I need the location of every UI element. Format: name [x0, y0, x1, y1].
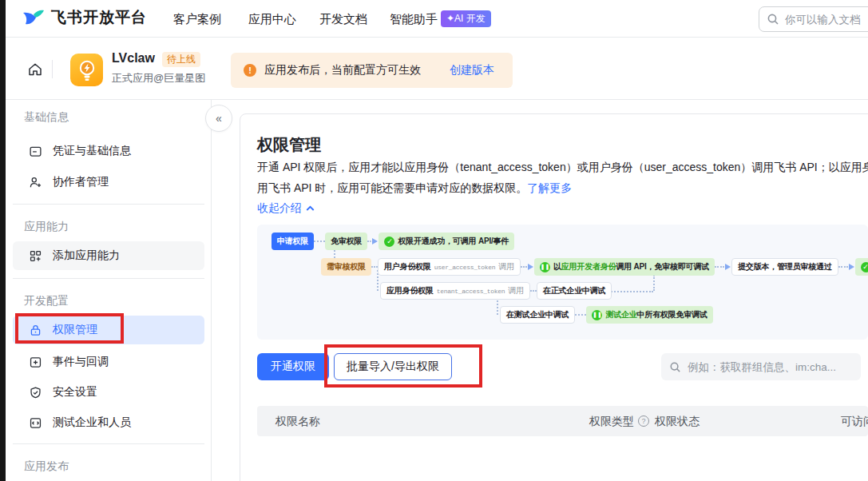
doc-search-box[interactable] — [759, 6, 868, 32]
node-label: 权限开通成功，可调用 API/事件 — [398, 236, 509, 247]
section-label-capabilities: 应用能力 — [24, 220, 69, 234]
nav-item-customer-cases[interactable]: 客户案例 — [173, 0, 221, 38]
node-formal-debug: 在正式企业中调试 — [537, 282, 612, 300]
sidebar-item-label: 安全设置 — [53, 385, 97, 400]
debug-icon: ❚❚ — [592, 310, 602, 320]
sidebar-item-label: 添加应用能力 — [53, 248, 120, 263]
token-code: user_access_token — [434, 264, 496, 271]
permission-search-box[interactable] — [661, 353, 861, 380]
connector — [367, 240, 371, 242]
node-label: 应用身份权限 — [386, 285, 434, 296]
node-need-review: 需审核权限 — [321, 258, 371, 276]
column-permission-status: 权限状态 — [655, 406, 700, 436]
section-label-app-release: 应用发布 — [24, 459, 69, 474]
search-icon — [669, 361, 681, 373]
sidebar-item-label: 协作者管理 — [53, 175, 109, 189]
publish-warning-banner: ! 应用发布后，当前配置方可生效 创建版本 — [231, 53, 513, 88]
sidebar-item-permissions[interactable]: 权限管理 — [13, 316, 204, 344]
open-permission-button[interactable]: 开通权限 — [257, 353, 329, 380]
sidebar-item-events-callbacks[interactable]: 事件与回调 — [13, 348, 204, 376]
nav-item-ai-assistant[interactable]: 智能助手 — [390, 0, 438, 38]
check-icon: ✓ — [861, 262, 868, 272]
ai-dev-badge[interactable]: ✦AI 开发 — [441, 10, 491, 27]
sidebar-item-label: 事件与回调 — [53, 355, 109, 369]
person-add-icon — [29, 176, 42, 189]
connector — [838, 266, 848, 268]
connector — [530, 290, 537, 292]
top-navbar: 飞书开放平台 客户案例 应用中心 开发文档 智能助手 ✦AI 开发 — [6, 0, 868, 38]
column-accessible-data: 可访问的数 — [841, 406, 868, 436]
nav-item-dev-docs[interactable]: 开发文档 — [319, 0, 367, 38]
home-icon — [27, 62, 43, 78]
app-avatar[interactable] — [70, 54, 103, 86]
sidebar: 基础信息 凭证与基础信息 协作者管理 应用能力 添加应用能力 开发配置 — [6, 100, 212, 481]
node-success-2: ✓ 权限开通成功，可调用 API/事件 — [855, 258, 868, 276]
shield-check-icon — [29, 386, 42, 400]
app-header-bar: LVclaw 待上线 正式应用@巨量星图 ! 应用发布后，当前配置方可生效 创建… — [6, 38, 868, 100]
sidebar-item-credentials[interactable]: 凭证与基础信息 — [13, 137, 204, 165]
section-label-dev-config: 开发配置 — [24, 294, 69, 308]
sidebar-item-add-capability[interactable]: 添加应用能力 — [13, 241, 204, 270]
divider — [13, 204, 204, 205]
debug-icon: ❚❚ — [540, 262, 550, 272]
node-user-permission: 用户身份权限 user_access_token 调用 — [378, 258, 521, 276]
doc-search-input[interactable] — [785, 14, 868, 26]
sidebar-item-label: 凭证与基础信息 — [53, 144, 131, 158]
brand-logo-link[interactable]: 飞书开放平台 — [22, 7, 147, 28]
chevron-up-icon — [306, 205, 315, 212]
permission-flow-diagram: 申请权限 免审权限 ✓ 权限开通成功，可调用 API/事件 需审核权限 用户身份… — [257, 225, 868, 340]
arrow-icon — [725, 264, 731, 270]
node-label: 以应用开发者身份调用 API，免审核即可调试 — [553, 261, 709, 272]
home-button[interactable] — [22, 59, 49, 80]
app-name: LVclaw — [112, 51, 155, 66]
sidebar-item-collaborators[interactable]: 协作者管理 — [13, 168, 204, 197]
node-suffix: 调用 — [498, 261, 514, 272]
create-version-link[interactable]: 创建版本 — [450, 63, 494, 78]
brand-name: 飞书开放平台 — [51, 7, 147, 28]
node-label: 用户身份权限 — [384, 261, 431, 272]
lock-icon — [29, 324, 42, 337]
search-icon — [767, 13, 779, 26]
feishu-logo-icon — [22, 8, 45, 28]
batch-import-export-button[interactable]: 批量导入/导出权限 — [334, 353, 452, 380]
arrow-icon — [372, 238, 378, 244]
learn-more-link[interactable]: 了解更多 — [527, 181, 572, 194]
node-app-permission: 应用身份权限 tenant_access_token 调用 — [380, 282, 530, 300]
app-status-badge: 待上线 — [162, 52, 200, 67]
sidebar-item-label: 测试企业和人员 — [53, 415, 131, 430]
node-success-1: ✓ 权限开通成功，可调用 API/事件 — [379, 233, 514, 250]
warning-icon: ! — [244, 64, 256, 77]
page-description-line1: 开通 API 权限后，应用才能以应用身份（tenant_access_token… — [257, 157, 868, 177]
column-permission-name: 权限名称 — [275, 406, 320, 436]
collapse-intro-link[interactable]: 收起介绍 — [257, 201, 315, 216]
connector — [314, 240, 325, 242]
grid-add-icon — [29, 249, 42, 263]
credential-card-icon — [29, 145, 42, 158]
node-dev-debug: ❚❚ 以应用开发者身份调用 API，免审核即可调试 — [534, 258, 715, 276]
divider — [13, 443, 204, 444]
column-permission-type: 权限类型 ? — [589, 406, 649, 436]
double-chevron-left-icon: « — [216, 112, 222, 125]
permission-search-input[interactable] — [688, 361, 847, 373]
node-label: 测试企业中所有权限免审调试 — [605, 309, 707, 320]
app-window: 飞书开放平台 客户案例 应用中心 开发文档 智能助手 ✦AI 开发 — [0, 0, 868, 481]
sidebar-collapse-button[interactable]: « — [205, 105, 232, 132]
divider — [13, 278, 204, 279]
node-test-debug: 在测试企业中调试 — [500, 306, 575, 324]
banner-text: 应用发布后，当前配置方可生效 — [264, 63, 421, 78]
page-description-line2: 用飞书 API 时，应用可能还需要申请对应的数据权限。了解更多 — [257, 178, 868, 197]
node-no-review: 免审权限 — [325, 233, 367, 250]
node-suffix: 调用 — [508, 285, 524, 296]
connector — [371, 266, 378, 268]
connector — [715, 266, 724, 268]
node-submit-version: 提交版本，管理员审核通过 — [731, 258, 838, 276]
page-title: 权限管理 — [257, 134, 321, 156]
sidebar-item-test-org[interactable]: 测试企业和人员 — [13, 408, 204, 437]
nav-item-app-center[interactable]: 应用中心 — [248, 0, 296, 38]
arrow-icon — [849, 264, 854, 270]
sidebar-item-label: 权限管理 — [53, 323, 97, 337]
node-apply-permission: 申请权限 — [271, 233, 314, 250]
sidebar-item-security-settings[interactable]: 安全设置 — [13, 378, 204, 407]
help-question-icon[interactable]: ? — [638, 415, 649, 427]
divider — [52, 60, 53, 78]
